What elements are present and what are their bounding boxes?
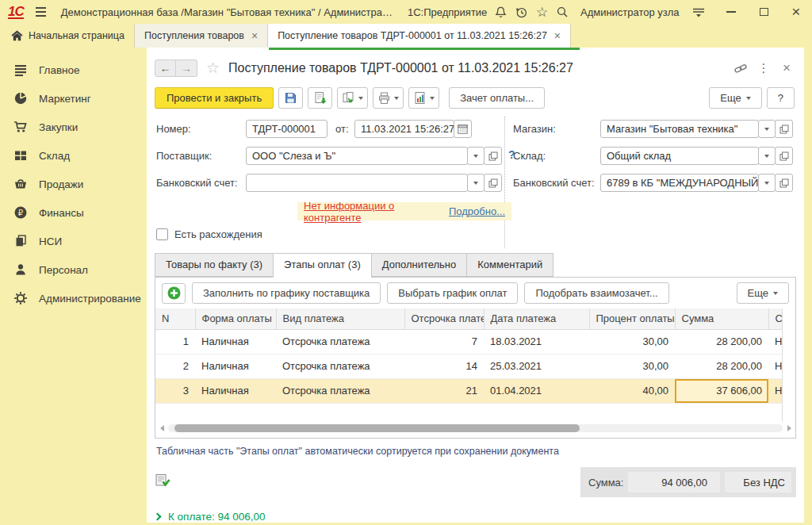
cell-delay[interactable]: 7 [404, 329, 484, 354]
favorites-star-icon[interactable]: ☆ [535, 4, 548, 20]
forward-button[interactable]: → [176, 59, 197, 77]
cell-delay[interactable]: 14 [404, 354, 484, 378]
cell-status[interactable]: Не [768, 354, 783, 378]
scrollbar-thumb[interactable] [174, 424, 580, 432]
bank-account2-dropdown-button[interactable] [758, 174, 776, 192]
select-offset-button[interactable]: Подобрать взаимозачет... [524, 282, 668, 304]
cell-percent[interactable]: 30,00 [589, 354, 675, 378]
warehouse-input[interactable]: Общий склад [600, 147, 759, 165]
tab-home[interactable]: Начальная страница [3, 24, 134, 48]
bank-account-input[interactable] [246, 174, 468, 192]
sidebar-item-finansy[interactable]: ₽ Финансы [0, 198, 147, 227]
add-row-button[interactable] [162, 283, 186, 304]
close-window-button[interactable]: × [790, 4, 802, 20]
tab-dopolnitelno[interactable]: Дополнительно [371, 253, 467, 277]
cell-n[interactable]: 2 [155, 354, 195, 378]
sidebar-item-prodazhi[interactable]: Продажи [0, 170, 147, 198]
horizontal-scrollbar[interactable] [158, 422, 793, 435]
warehouse-dropdown-button[interactable] [758, 147, 776, 165]
create-based-on-button[interactable] [337, 87, 368, 109]
sidebar-item-personal[interactable]: Персонал [0, 255, 147, 284]
service-settings-icon[interactable] [691, 4, 706, 20]
close-form-icon[interactable]: × [779, 60, 795, 76]
number-input[interactable]: ТДРТ-000001 [246, 120, 327, 138]
bank-account2-open-button[interactable] [775, 174, 793, 192]
sidebar-item-nsi[interactable]: НСИ [0, 227, 147, 255]
store-input[interactable]: Магазин "Бытовая техника" [600, 120, 759, 138]
cell-payment-form[interactable]: Наличная [195, 378, 276, 403]
tab-etapy-oplat[interactable]: Этапы оплат (3) [273, 253, 371, 278]
tab-postuplenie-document[interactable]: Поступление товаров ТДРТ-000001 от 11.03… [268, 24, 571, 48]
tab-tovary-po-faktu[interactable]: Товары по факту (3) [155, 253, 273, 277]
cell-delay[interactable]: 21 [404, 378, 484, 403]
store-dropdown-button[interactable] [758, 120, 776, 138]
cell-sum-active[interactable]: 37 606,00 [675, 378, 768, 403]
payable-expander[interactable]: К оплате: 94 006,00 [155, 511, 796, 523]
warehouse-open-button[interactable] [775, 147, 793, 165]
supplier-open-button[interactable] [484, 147, 502, 165]
cell-sum[interactable]: 28 200,00 [675, 354, 768, 378]
tab-close-icon[interactable]: × [251, 29, 258, 42]
back-button[interactable]: ← [155, 59, 176, 77]
cell-n[interactable]: 3 [155, 378, 195, 403]
cell-payment-date[interactable]: 18.03.2021 [484, 329, 589, 354]
bank-account-open-button[interactable] [484, 174, 502, 192]
scroll-right-icon[interactable] [785, 424, 793, 432]
search-icon[interactable] [556, 4, 569, 20]
post-and-close-button[interactable]: Провести и закрыть [155, 87, 274, 109]
sidebar-item-administrirovanie[interactable]: Администрирование [0, 284, 147, 312]
cell-sum[interactable]: 28 200,00 [675, 329, 768, 354]
save-button[interactable] [278, 87, 303, 109]
supplier-input[interactable]: ООО "Слеза и Ъ" [246, 147, 468, 165]
print-button[interactable] [373, 87, 404, 109]
tab-postuplenija-tovarov[interactable]: Поступления товаров × [134, 24, 268, 48]
cell-payment-type[interactable]: Отсрочка платежа [276, 354, 404, 378]
cell-payment-form[interactable]: Наличная [195, 354, 276, 378]
no-counterparty-info-link[interactable]: Нет информации о контрагенте [304, 200, 449, 224]
table-row-selected[interactable]: 3 Наличная Отсрочка платежа 21 01.04.202… [155, 378, 783, 403]
choose-payment-schedule-button[interactable]: Выбрать график оплат [387, 282, 518, 304]
cell-payment-date[interactable]: 25.03.2021 [484, 354, 589, 378]
get-link-icon[interactable] [733, 62, 749, 74]
cell-payment-form[interactable]: Наличная [195, 329, 276, 354]
favorite-star-icon[interactable]: ☆ [206, 59, 220, 77]
sidebar-item-sklad[interactable]: Склад [0, 141, 147, 170]
cell-percent[interactable]: 30,00 [589, 329, 675, 354]
notifications-bell-icon[interactable] [494, 4, 508, 20]
bank-account2-input[interactable]: 6789 в КБ "МЕЖДУНАРОДНЫЙ Б [600, 174, 759, 192]
reports-button[interactable] [408, 87, 439, 109]
sidebar-item-marketing[interactable]: Маркетинг [0, 84, 147, 113]
date-input[interactable]: 11.03.2021 15:26:27 [354, 120, 454, 138]
main-menu-icon[interactable] [36, 7, 46, 17]
more-button[interactable]: Еще [709, 87, 761, 109]
table-row[interactable]: 2 Наличная Отсрочка платежа 14 25.03.202… [155, 354, 783, 378]
tab-kommentarij[interactable]: Комментарий [466, 253, 553, 277]
history-icon[interactable] [515, 4, 528, 20]
cell-percent[interactable]: 40,00 [589, 378, 675, 403]
store-open-button[interactable] [775, 120, 793, 138]
fill-by-supplier-schedule-button[interactable]: Заполнить по графику поставщика [192, 282, 381, 304]
cell-n[interactable]: 1 [155, 329, 195, 354]
details-link[interactable]: Подробно... [449, 205, 505, 217]
cell-status[interactable]: Не [768, 329, 783, 354]
supplier-dropdown-button[interactable] [467, 147, 485, 165]
cell-status[interactable]: Не [768, 378, 783, 403]
scroll-left-icon[interactable] [158, 424, 166, 432]
help-button[interactable]: ? [767, 87, 795, 109]
bank-account-dropdown-button[interactable] [467, 174, 485, 192]
table-row[interactable]: 1 Наличная Отсрочка платежа 7 18.03.2021… [155, 329, 783, 354]
cell-payment-type[interactable]: Отсрочка платежа [276, 378, 404, 403]
more-menu-icon[interactable]: ⋮ [756, 61, 772, 75]
discrepancies-checkbox[interactable] [156, 228, 168, 240]
maximize-button[interactable] [757, 4, 770, 20]
sidebar-item-glavnoe[interactable]: Главное [0, 56, 147, 84]
payment-offset-button[interactable]: Зачет оплаты... [449, 87, 545, 109]
tab-close-icon[interactable]: × [554, 29, 561, 42]
current-user[interactable]: Администратор узла [580, 6, 680, 18]
scrollbar-track[interactable] [168, 424, 783, 432]
minimize-button[interactable] [725, 4, 737, 20]
table-more-button[interactable]: Еще [737, 282, 789, 304]
sidebar-item-zakupki[interactable]: Закупки [0, 113, 147, 141]
calendar-button[interactable] [454, 120, 472, 138]
post-document-button[interactable] [308, 87, 332, 109]
